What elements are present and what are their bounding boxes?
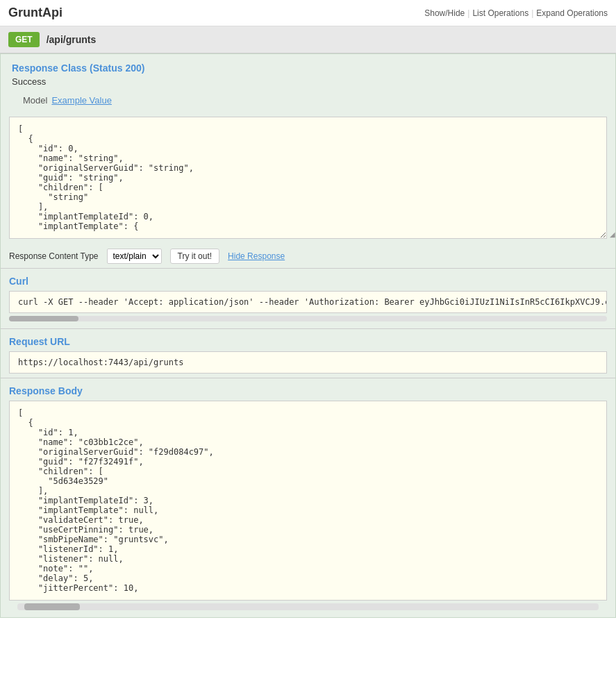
expand-operations-link[interactable]: Expand Operations — [536, 8, 608, 18]
request-url-title: Request URL — [9, 336, 607, 347]
curl-title: Curl — [9, 276, 607, 287]
model-tabs: Model Example Value — [12, 92, 604, 106]
curl-section: Curl curl -X GET --header 'Accept: appli… — [1, 269, 615, 328]
response-body-scrollbar-thumb — [24, 603, 80, 610]
method-badge: GET — [8, 32, 40, 47]
show-hide-link[interactable]: Show/Hide — [424, 8, 465, 18]
response-class-section: Response Class (Status 200) Success Mode… — [1, 54, 615, 111]
header-nav: Show/Hide | List Operations | Expand Ope… — [424, 8, 608, 18]
endpoint-bar: GET /api/grunts — [0, 26, 616, 53]
response-class-status: Success — [12, 76, 604, 87]
request-url-section: Request URL https://localhost:7443/api/g… — [1, 329, 615, 378]
request-url-value: https://localhost:7443/api/grunts — [9, 351, 607, 374]
list-operations-link[interactable]: List Operations — [472, 8, 528, 18]
curl-scrollbar[interactable] — [9, 316, 607, 321]
app-header: GruntApi Show/Hide | List Operations | E… — [0, 0, 616, 26]
try-it-out-button[interactable]: Try it out! — [170, 249, 220, 264]
model-tab-label: Model — [23, 95, 47, 106]
main-content: Response Class (Status 200) Success Mode… — [0, 53, 616, 618]
content-type-select[interactable]: text/plain — [107, 249, 162, 264]
curl-scrollbar-thumb — [9, 316, 78, 321]
endpoint-path: /api/grunts — [47, 34, 97, 45]
nav-divider-2: | — [531, 8, 533, 18]
nav-divider-1: | — [467, 8, 469, 18]
response-body-scrollbar[interactable] — [17, 603, 599, 610]
response-class-title: Response Class (Status 200) — [12, 62, 604, 74]
response-body-section: Response Body [ { "id": 1, "name": "c03b… — [1, 378, 615, 617]
response-body-title: Response Body — [9, 385, 607, 396]
content-type-label: Response Content Type — [9, 251, 99, 261]
example-value-tab[interactable]: Example Value — [51, 95, 111, 106]
app-title: GruntApi — [8, 6, 63, 20]
hide-response-link[interactable]: Hide Response — [228, 251, 285, 261]
example-code-block: [ { "id": 0, "name": "string", "original… — [9, 117, 607, 239]
controls-row: Response Content Type text/plain Try it … — [1, 244, 615, 268]
response-body-block: [ { "id": 1, "name": "c03bb1c2ce", "orig… — [9, 401, 607, 601]
curl-command: curl -X GET --header 'Accept: applicatio… — [9, 291, 607, 313]
resize-handle[interactable]: ◢ — [607, 230, 615, 239]
example-code-wrapper: [ { "id": 0, "name": "string", "original… — [1, 117, 615, 239]
